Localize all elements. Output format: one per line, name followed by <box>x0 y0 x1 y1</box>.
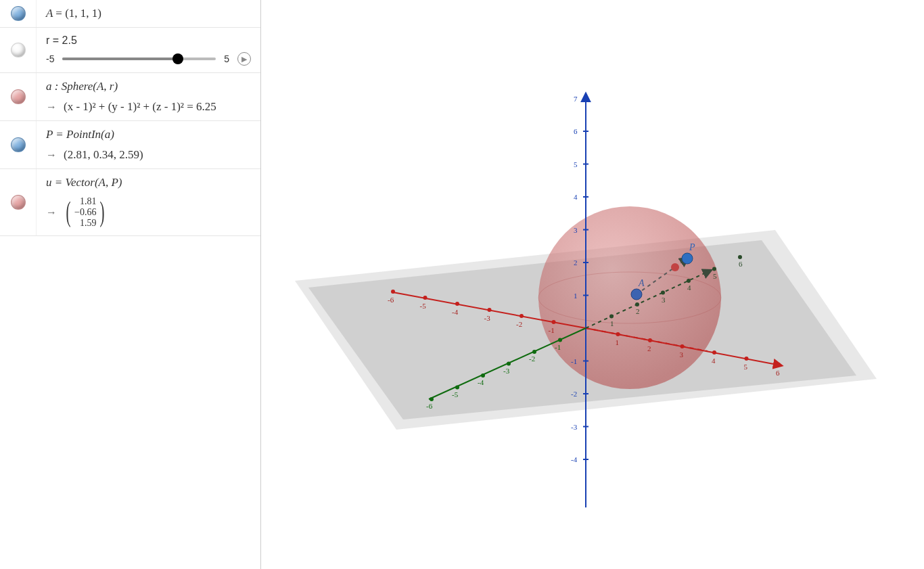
svg-text:1: 1 <box>616 338 620 346</box>
svg-point-39 <box>712 350 716 355</box>
algebra-row-point-p[interactable]: P = PointIn(a) → (2.81, 0.34, 2.59) <box>0 121 260 169</box>
svg-text:6: 6 <box>574 127 578 135</box>
point-p[interactable] <box>682 253 693 264</box>
svg-point-37 <box>680 344 685 348</box>
svg-point-71 <box>532 350 536 354</box>
svg-text:4: 4 <box>712 357 716 365</box>
output-arrow-icon: → <box>46 101 57 113</box>
svg-text:-6: -6 <box>388 296 394 304</box>
svg-text:-2: -2 <box>571 390 577 398</box>
visibility-toggle-p[interactable] <box>0 121 37 168</box>
svg-point-77 <box>455 386 459 390</box>
svg-text:-4: -4 <box>571 455 578 463</box>
svg-point-35 <box>648 338 652 342</box>
algebra-view: A = (1, 1, 1) r = 2.5 -5 <box>0 0 261 569</box>
svg-text:6: 6 <box>776 369 780 377</box>
svg-text:4: 4 <box>574 193 578 201</box>
svg-text:3: 3 <box>680 350 684 359</box>
slider-value-label: r = 2.5 <box>46 35 251 47</box>
svg-text:2: 2 <box>574 258 578 267</box>
svg-text:5: 5 <box>574 160 578 168</box>
svg-text:5: 5 <box>713 272 717 280</box>
svg-point-49 <box>488 308 492 312</box>
svg-point-41 <box>745 357 749 361</box>
svg-text:3: 3 <box>662 296 666 304</box>
svg-point-65 <box>712 267 716 271</box>
definition-label: P = PointIn(a) <box>46 128 251 141</box>
graphics-view-3d[interactable]: 7 6 5 4 3 2 1 -1 -2 -3 -4 1 2 3 4 5 6 -1… <box>261 0 924 569</box>
result-label: (2.81, 0.34, 2.59) <box>64 148 143 162</box>
svg-text:-3: -3 <box>571 423 578 431</box>
algebra-row-point-a[interactable]: A = (1, 1, 1) <box>0 0 260 28</box>
visibility-toggle-r[interactable] <box>0 28 37 72</box>
svg-text:-5: -5 <box>420 302 427 310</box>
svg-point-47 <box>519 314 524 318</box>
point-a-label: A <box>638 278 645 288</box>
svg-point-63 <box>687 279 691 283</box>
algebra-row-slider-r[interactable]: r = 2.5 -5 5 ▶ <box>0 28 260 73</box>
sphere-marble-icon <box>11 195 26 210</box>
algebra-row-sphere-a[interactable]: a : Sphere(A, r) → (x - 1)² + (y - 1)² +… <box>0 73 260 121</box>
slider-min-label: -5 <box>46 53 54 64</box>
svg-text:3: 3 <box>574 226 578 234</box>
vector-endpoint <box>671 263 679 271</box>
svg-point-61 <box>661 291 665 295</box>
sphere-a[interactable] <box>538 206 721 389</box>
app-root: A = (1, 1, 1) r = 2.5 -5 <box>0 0 924 569</box>
output-arrow-icon: → <box>46 149 57 161</box>
output-arrow-icon: → <box>46 206 57 219</box>
visibility-toggle-sphere[interactable] <box>0 73 37 120</box>
svg-text:2: 2 <box>647 344 651 352</box>
sphere-marble-icon <box>11 43 26 58</box>
definition-label: u = Vector(A, P) <box>46 176 251 189</box>
svg-text:-1: -1 <box>571 357 577 365</box>
svg-text:-3: -3 <box>484 314 491 322</box>
result-label: (x - 1)² + (y - 1)² + (z - 1)² = 6.25 <box>64 100 216 114</box>
slider-max-label: 5 <box>224 53 229 64</box>
svg-text:1: 1 <box>610 319 614 327</box>
visibility-toggle-a[interactable] <box>0 0 37 27</box>
svg-point-57 <box>609 315 614 319</box>
visibility-toggle-u[interactable] <box>0 169 37 235</box>
svg-point-33 <box>616 332 620 336</box>
play-animation-button[interactable]: ▶ <box>237 52 251 66</box>
svg-text:-4: -4 <box>478 378 484 386</box>
svg-point-55 <box>391 290 395 294</box>
svg-point-51 <box>455 302 459 306</box>
svg-text:-5: -5 <box>452 390 459 399</box>
svg-text:6: 6 <box>739 260 743 268</box>
svg-text:1: 1 <box>574 292 578 300</box>
definition-label: a : Sphere(A, r) <box>46 80 251 93</box>
svg-text:-1: -1 <box>549 326 555 334</box>
point-a[interactable] <box>631 289 642 300</box>
svg-text:-2: -2 <box>516 320 522 328</box>
vector-value: ( 1.81 −0.66 1.59 ) <box>64 196 107 229</box>
svg-text:4: 4 <box>687 283 691 292</box>
svg-text:-6: -6 <box>426 402 433 410</box>
svg-point-45 <box>552 320 556 324</box>
svg-point-59 <box>635 302 639 306</box>
slider-thumb[interactable] <box>172 53 183 64</box>
svg-text:-3: -3 <box>503 367 510 375</box>
svg-point-79 <box>430 397 434 401</box>
svg-text:-1: -1 <box>555 343 561 351</box>
slider-track[interactable] <box>62 58 216 60</box>
svg-point-67 <box>738 255 742 259</box>
sphere-marble-icon <box>11 6 26 21</box>
sphere-marble-icon <box>11 89 26 104</box>
point-p-label: P <box>689 242 695 252</box>
algebra-row-vector-u[interactable]: u = Vector(A, P) → ( 1.81 −0.66 1.59 ) <box>0 169 260 236</box>
svg-point-73 <box>507 362 511 366</box>
definition-label: A = (1, 1, 1) <box>46 7 101 20</box>
svg-text:-2: -2 <box>529 355 535 363</box>
svg-point-43 <box>777 363 781 367</box>
svg-point-69 <box>558 338 562 342</box>
svg-text:2: 2 <box>636 307 640 315</box>
svg-point-75 <box>481 373 485 378</box>
sphere-marble-icon <box>11 137 26 152</box>
svg-text:7: 7 <box>574 95 578 103</box>
svg-text:5: 5 <box>744 363 748 371</box>
svg-point-53 <box>423 296 428 300</box>
svg-text:-4: -4 <box>452 308 459 316</box>
